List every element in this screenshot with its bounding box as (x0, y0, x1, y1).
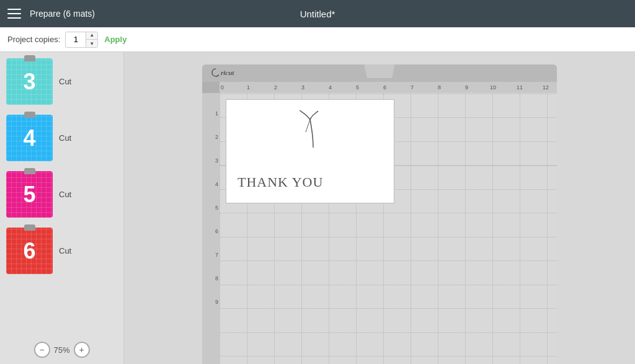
canvas-area: ricut 0 1 2 3 4 5 6 7 8 9 10 11 12 (124, 52, 635, 364)
cricut-logo: ricut (211, 68, 254, 79)
apply-button[interactable]: Apply (104, 35, 127, 44)
mat-number-5: 5 (23, 182, 35, 208)
mat-item-3[interactable]: 3 Cut (6, 58, 117, 105)
mat-handle (364, 64, 395, 78)
main-area: 3 Cut 4 Cut 5 Cut (0, 52, 635, 364)
zoom-in-button[interactable]: + (74, 342, 90, 358)
design-card: THANK YOU (226, 99, 394, 203)
mat-clip-3 (24, 55, 35, 61)
mat-thumb-6[interactable]: 6 (6, 228, 53, 274)
spinner-controls: ▲ ▼ (86, 32, 97, 48)
mat-thumb-3[interactable]: 3 (6, 58, 53, 105)
mat-item-6[interactable]: 6 Cut (6, 228, 117, 274)
spinner-down[interactable]: ▼ (86, 40, 97, 48)
zoom-bar: − 75% + (33, 342, 89, 358)
left-panel: 3 Cut 4 Cut 5 Cut (0, 52, 124, 364)
zoom-out-button[interactable]: − (33, 342, 50, 358)
sub-toolbar: Project copies: ▲ ▼ Apply (0, 27, 635, 52)
copies-spinner[interactable]: ▲ ▼ (65, 32, 98, 48)
mat-content: THANK YOU (220, 93, 557, 364)
ruler-top: 0 1 2 3 4 5 6 7 8 9 10 11 12 (220, 82, 557, 93)
zoom-value: 75% (53, 345, 69, 355)
mat-number-3: 3 (23, 69, 35, 95)
mat-thumb-4[interactable]: 4 (6, 115, 53, 161)
menu-icon[interactable] (7, 9, 21, 19)
mat-number-4: 4 (23, 125, 35, 151)
top-bar: Prepare (6 mats) Untitled* (0, 0, 635, 27)
mat-number-6: 6 (23, 238, 35, 264)
mat-list[interactable]: 3 Cut 4 Cut 5 Cut (0, 52, 123, 364)
svg-text:ricut: ricut (221, 69, 234, 76)
mat-top-bar (202, 64, 557, 82)
app-title: Prepare (6 mats) (30, 9, 95, 19)
mat-item-4[interactable]: 4 Cut (6, 115, 117, 161)
copies-input[interactable] (66, 35, 86, 44)
document-title: Untitled* (300, 9, 335, 19)
copies-label: Project copies: (7, 35, 60, 44)
cricut-mat: ricut 0 1 2 3 4 5 6 7 8 9 10 11 12 (202, 64, 557, 364)
spinner-up[interactable]: ▲ (86, 32, 97, 40)
design-text: THANK YOU (238, 174, 323, 190)
mat-label-5: Cut (59, 190, 71, 199)
mat-clip-4 (24, 112, 35, 118)
mat-label-4: Cut (59, 133, 71, 143)
mat-clip-6 (24, 224, 35, 231)
mat-label-6: Cut (59, 246, 71, 255)
mat-item-5[interactable]: 5 Cut (6, 171, 117, 218)
mat-label-3: Cut (59, 77, 71, 86)
design-branch-svg (288, 107, 338, 151)
mat-clip-5 (24, 168, 35, 174)
mat-thumb-5[interactable]: 5 (6, 171, 53, 218)
ruler-left: 1 2 3 4 5 6 7 8 9 (202, 93, 220, 364)
